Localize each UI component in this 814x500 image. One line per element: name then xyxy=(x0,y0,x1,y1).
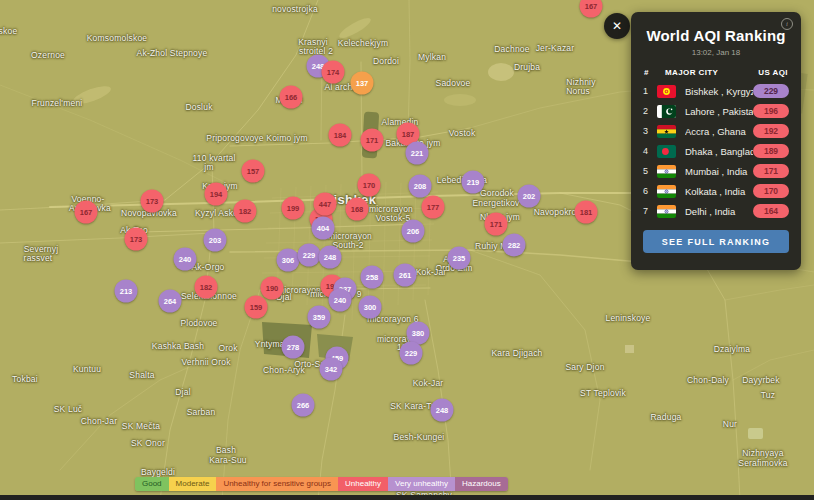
aqi-value-badge: 171 xyxy=(753,164,789,178)
aqi-map-app: skoenovostrojkaKomsomolskoeOzernoeAk-Zho… xyxy=(0,0,814,500)
aqi-marker[interactable]: 248 xyxy=(431,399,454,422)
close-panel-button[interactable]: ✕ xyxy=(604,13,630,39)
aqi-marker[interactable]: 199 xyxy=(282,197,305,220)
aqi-marker[interactable]: 404 xyxy=(312,217,335,240)
aqi-marker[interactable]: 278 xyxy=(282,336,305,359)
aqi-marker[interactable]: 177 xyxy=(422,196,445,219)
aqi-marker[interactable]: 240 xyxy=(174,248,197,271)
city-name: Kolkata , India xyxy=(685,186,753,197)
aqi-marker[interactable]: 342 xyxy=(320,358,343,381)
ranking-row[interactable]: 5 Mumbai , India 171 xyxy=(631,161,801,181)
india-flag xyxy=(657,165,676,178)
aqi-marker[interactable]: 181 xyxy=(575,201,598,224)
aqi-marker[interactable]: 213 xyxy=(115,280,138,303)
place-label: Besh-Kungei xyxy=(394,432,445,442)
aqi-marker[interactable]: 306 xyxy=(277,249,300,272)
place-label: Dordoi xyxy=(373,56,399,66)
aqi-value-badge: 189 xyxy=(753,144,789,158)
aqi-value-badge: 229 xyxy=(753,84,789,98)
aqi-marker[interactable]: 173 xyxy=(141,190,164,213)
aqi-marker[interactable]: 170 xyxy=(358,174,381,197)
aqi-marker[interactable]: 261 xyxy=(394,264,417,287)
aqi-marker[interactable]: 167 xyxy=(75,201,98,224)
info-icon[interactable]: i xyxy=(781,18,793,30)
rank-number: 6 xyxy=(643,186,655,196)
place-label: Nur xyxy=(723,419,737,429)
bangladesh-flag xyxy=(657,145,676,158)
place-label: Dachnoe xyxy=(494,44,529,54)
aqi-marker[interactable]: 171 xyxy=(361,129,384,152)
aqi-marker[interactable]: 219 xyxy=(462,171,485,194)
aqi-marker[interactable]: 264 xyxy=(159,290,182,313)
aqi-marker[interactable]: 300 xyxy=(359,296,382,319)
place-label: Plodovoe xyxy=(180,318,217,328)
place-label: SK Luč xyxy=(54,404,83,414)
aqi-marker[interactable]: 159 xyxy=(245,296,268,319)
aqi-legend: GoodModerateUnhealthy for sensitive grou… xyxy=(135,477,508,491)
india-flag xyxy=(657,205,676,218)
place-label: Kelechekjym xyxy=(338,38,388,48)
aqi-marker[interactable]: 221 xyxy=(406,142,429,165)
aqi-marker[interactable]: 258 xyxy=(361,266,384,289)
place-label: SK Mečta xyxy=(122,421,160,431)
aqi-marker[interactable]: 137 xyxy=(351,72,374,95)
place-label: Kashka Bash xyxy=(152,341,204,351)
rank-number: 4 xyxy=(643,146,655,156)
aqi-marker[interactable]: 174 xyxy=(322,61,345,84)
place-label: Djal xyxy=(175,387,190,397)
rank-number: 1 xyxy=(643,86,655,96)
aqi-marker[interactable]: 184 xyxy=(329,124,352,147)
aqi-value-badge: 192 xyxy=(753,124,789,138)
place-label: Vostok xyxy=(449,128,476,138)
kyrgyzstan-flag xyxy=(657,85,676,98)
place-label: Bash xyxy=(216,445,236,455)
aqi-marker[interactable]: 202 xyxy=(518,185,541,208)
aqi-marker[interactable]: 248 xyxy=(319,246,342,269)
aqi-marker[interactable]: 190 xyxy=(261,277,284,300)
aqi-marker[interactable]: 173 xyxy=(125,228,148,251)
aqi-marker[interactable]: 229 xyxy=(400,342,423,365)
col-rank: # xyxy=(644,68,656,77)
place-label: Kok-Jar xyxy=(413,378,444,388)
ranking-row[interactable]: 4 Dhaka , Bangladesh 189 xyxy=(631,141,801,161)
aqi-marker[interactable]: 359 xyxy=(308,306,331,329)
aqi-marker[interactable]: 208 xyxy=(409,175,432,198)
see-full-ranking-button[interactable]: SEE FULL RANKING xyxy=(643,230,789,253)
city-name: Accra , Ghana xyxy=(685,126,753,137)
rank-number: 3 xyxy=(643,126,655,136)
aqi-marker[interactable]: 157 xyxy=(242,160,265,183)
place-label: Raduga xyxy=(651,412,682,422)
ranking-row[interactable]: 6 Kolkata , India 170 xyxy=(631,181,801,201)
place-label: Drujba xyxy=(514,62,540,72)
aqi-marker[interactable]: 282 xyxy=(503,234,526,257)
world-aqi-ranking-panel: i World AQI Ranking 13:02, Jan 18 # MAJO… xyxy=(631,12,801,270)
aqi-marker[interactable]: 206 xyxy=(402,220,425,243)
ghana-flag xyxy=(657,125,676,138)
aqi-marker[interactable]: 240 xyxy=(329,289,352,312)
aqi-marker[interactable]: 447 xyxy=(314,193,337,216)
aqi-marker[interactable]: 182 xyxy=(195,276,218,299)
rank-number: 5 xyxy=(643,166,655,176)
aqi-marker[interactable]: 203 xyxy=(204,229,227,252)
aqi-marker[interactable]: 171 xyxy=(485,213,508,236)
ranking-row[interactable]: 2 Lahore , Pakistan 196 xyxy=(631,101,801,121)
aqi-marker[interactable]: 182 xyxy=(234,200,257,223)
aqi-marker[interactable]: 194 xyxy=(205,183,228,206)
place-label: novostrojka xyxy=(272,4,318,14)
place-label: Jer-Kazar xyxy=(536,43,575,53)
close-icon: ✕ xyxy=(612,19,622,33)
col-city: MAJOR CITY xyxy=(665,68,758,77)
place-label: Gorodok xyxy=(480,188,514,198)
legend-item: Very unhealthy xyxy=(388,477,455,491)
place-label: SK Onor xyxy=(131,438,165,448)
ranking-row[interactable]: 3 Accra , Ghana 192 xyxy=(631,121,801,141)
aqi-marker[interactable]: 235 xyxy=(448,247,471,270)
aqi-marker[interactable]: 266 xyxy=(292,394,315,417)
city-name: Lahore , Pakistan xyxy=(685,106,753,117)
aqi-marker[interactable]: 229 xyxy=(298,244,321,267)
ranking-row[interactable]: 1 Bishkek , Kyrgyzstan 229 xyxy=(631,81,801,101)
aqi-marker[interactable]: 168 xyxy=(346,198,369,221)
place-label: Leninskoye xyxy=(605,313,650,323)
aqi-marker[interactable]: 166 xyxy=(280,86,303,109)
ranking-row[interactable]: 7 Delhi , India 164 xyxy=(631,201,801,221)
